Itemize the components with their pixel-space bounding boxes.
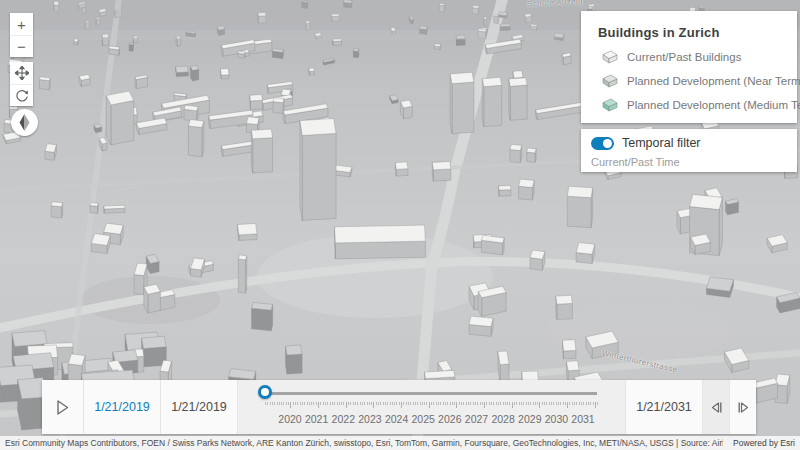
slider-tick-marks (238, 402, 625, 410)
slider-tick (429, 402, 430, 408)
slider-tick (387, 402, 388, 405)
slider-tick (516, 402, 517, 405)
slider-tick (461, 402, 462, 405)
slider-tick (509, 402, 510, 405)
year-label: 2031 (568, 413, 598, 425)
zoom-in-button[interactable]: + (10, 13, 33, 35)
slider-tick (355, 402, 356, 405)
slider-tick (549, 402, 550, 405)
slider-tick (420, 402, 421, 405)
slider-tick (350, 402, 351, 405)
year-label: 2028 (488, 413, 518, 425)
slider-tick (396, 402, 397, 405)
time-slider-track-area[interactable]: 2020202120222023202420252026202720282029… (238, 380, 625, 434)
play-button[interactable] (42, 380, 84, 434)
slider-tick (567, 402, 568, 408)
slider-tick (373, 402, 374, 408)
slider-tick (597, 402, 598, 405)
toggle-knob (603, 139, 612, 148)
slider-tick (535, 402, 536, 405)
slider-tick (341, 402, 342, 405)
slider-tick (482, 402, 483, 405)
slider-tick (459, 402, 460, 405)
slider-tick (316, 402, 317, 405)
slider-tick (426, 402, 427, 405)
temporal-filter-toggle[interactable] (591, 137, 614, 150)
slider-tick (475, 402, 476, 405)
temporal-filter-row: Temporal filter (591, 136, 787, 150)
slider-tick (539, 402, 540, 408)
slider-tick (348, 402, 349, 405)
rotate-icon (15, 89, 29, 103)
compass-button[interactable] (11, 109, 38, 136)
slider-tick (560, 402, 561, 405)
slider-tick (438, 402, 439, 405)
slider-tick (581, 402, 582, 405)
slider-tick (579, 402, 580, 405)
rotate-view-button[interactable] (10, 84, 33, 106)
slider-tick (281, 402, 282, 405)
slider-tick (595, 402, 596, 408)
slider-tick (468, 402, 469, 405)
pan-button[interactable] (10, 62, 33, 84)
slider-tick (277, 402, 278, 405)
slider-tick (593, 402, 594, 405)
slider-tick (346, 402, 347, 408)
slider-tick (498, 402, 499, 405)
slider-tick (431, 402, 432, 405)
year-label: 2023 (355, 413, 385, 425)
legend-item: Planned Development (Near Term) (598, 74, 785, 88)
slider-tick (327, 402, 328, 405)
slider-tick (408, 402, 409, 405)
slider-tick (521, 402, 522, 405)
slider-tick (406, 402, 407, 405)
slider-tick (445, 402, 446, 405)
slider-handle[interactable] (258, 385, 272, 399)
slider-tick (528, 402, 529, 405)
legend-title: Buildings in Zurich (598, 25, 785, 40)
year-label: 2029 (515, 413, 545, 425)
slider-tick (320, 402, 321, 405)
slider-tick (563, 402, 564, 405)
slider-tick (286, 402, 287, 405)
legend-item-label: Planned Development (Medium Term) (627, 99, 800, 111)
slider-tick (332, 402, 333, 405)
slider-tick (424, 402, 425, 405)
previous-step-button[interactable] (702, 380, 729, 434)
compass-needle-icon (16, 113, 33, 132)
slider-tick (558, 402, 559, 405)
plus-icon: + (17, 16, 26, 33)
slider-tick (334, 402, 335, 405)
slider-tick (313, 402, 314, 405)
slider-tick (410, 402, 411, 405)
slider-tick (309, 402, 310, 405)
slider-tick (436, 402, 437, 405)
slider-tick (392, 402, 393, 405)
slider-tick (343, 402, 344, 405)
minus-icon: − (17, 38, 26, 55)
legend-item: Current/Past Buildings (598, 50, 785, 64)
slider-tick (519, 402, 520, 405)
time-slider-panel: 1/21/2019 1/21/2019 20202021202220232024… (42, 380, 756, 434)
slider-tick (463, 402, 464, 405)
zoom-out-button[interactable]: − (10, 35, 33, 57)
year-label: 2030 (541, 413, 571, 425)
slider-tick (544, 402, 545, 405)
slider-tick (367, 402, 368, 405)
slider-tick (470, 402, 471, 405)
slider-tick (484, 402, 485, 408)
slider-tick (297, 402, 298, 405)
legend-item-label: Planned Development (Near Term) (627, 75, 800, 87)
slider-tick (526, 402, 527, 405)
slider-tick (394, 402, 395, 405)
slider-tick (290, 402, 291, 408)
slider-tick (413, 402, 414, 405)
slider-tick (293, 402, 294, 405)
slider-tick (399, 402, 400, 405)
next-step-button[interactable] (729, 380, 756, 434)
slider-tick (491, 402, 492, 405)
slider-tick (376, 402, 377, 405)
year-label: 2025 (408, 413, 438, 425)
time-start-date-link[interactable]: 1/21/2019 (84, 380, 161, 434)
slider-tick (265, 402, 266, 405)
